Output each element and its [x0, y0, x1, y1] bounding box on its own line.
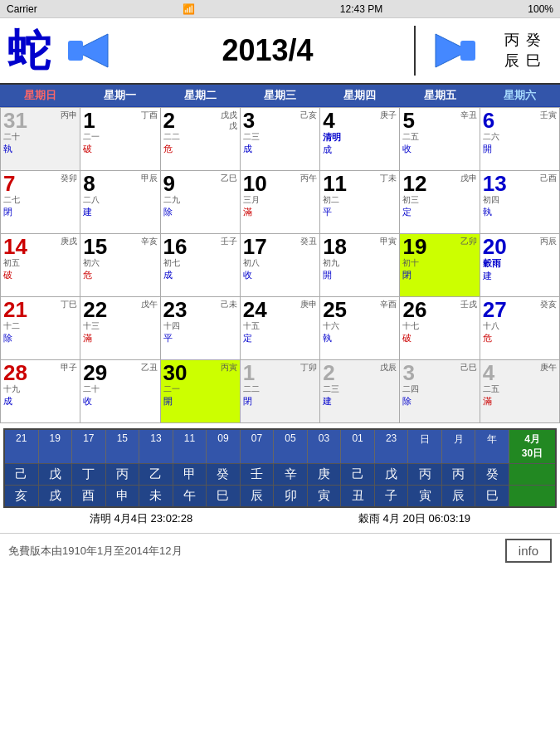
calendar-cell[interactable]: 5辛丑二五收	[400, 108, 480, 171]
calendar-cell[interactable]: 2戊戌戊二二危	[161, 108, 241, 171]
calendar-cell[interactable]: 4庚午二五滿	[480, 360, 560, 423]
calendar-cell[interactable]: 13己酉初四執	[480, 171, 560, 234]
cell-lunar: 二四	[402, 383, 476, 395]
stem-r1-month: 丙	[442, 464, 476, 485]
cell-gz: 戊午	[141, 299, 158, 310]
prev-month-button[interactable]	[58, 26, 124, 76]
calendar-cell[interactable]: 12戊申初三定	[400, 171, 480, 234]
cell-action: 建	[323, 395, 397, 408]
cell-lunar: 十三	[83, 320, 157, 332]
cell-lunar: 初十	[402, 257, 476, 269]
stem-header-13: 13	[139, 430, 173, 463]
stem-r1-yeardate	[509, 464, 555, 485]
calendar-cell[interactable]: 24庚申十五定	[241, 297, 320, 360]
calendar-cell[interactable]: 31丙申二十執	[1, 108, 80, 171]
cell-action: 成	[163, 269, 237, 281]
cell-lunar: 初九	[323, 257, 397, 269]
stem-r1-9: 辛	[274, 464, 308, 485]
stem-r2-day: 寅	[408, 486, 442, 506]
cell-gz: 丁酉	[141, 110, 158, 120]
calendar-cell[interactable]: 2戊辰二三建	[320, 360, 400, 423]
stem-r2-10: 寅	[308, 486, 342, 506]
calendar-cell[interactable]: 18甲寅初九開	[320, 234, 400, 297]
cell-gz: 庚子	[380, 110, 397, 120]
cell-lunar: 二六	[483, 131, 557, 143]
cell-num: 4	[483, 362, 494, 383]
cell-lunar: 二十	[3, 131, 77, 143]
cell-lunar: 十六	[323, 320, 397, 332]
stem-header-15: 15	[106, 430, 140, 463]
cell-num: 23	[163, 299, 187, 320]
calendar-cell[interactable]: 4庚子清明成	[320, 108, 400, 171]
calendar-cell[interactable]: 26壬戌十七破	[400, 297, 480, 360]
cell-gz: 壬戌	[460, 299, 477, 310]
stem-header-05: 05	[274, 430, 308, 463]
calendar-cell[interactable]: 23己未十四平	[161, 297, 241, 360]
calendar-cell[interactable]: 8甲辰二八建	[80, 171, 160, 234]
cell-gz: 辛亥	[141, 236, 158, 247]
cell-num: 1	[243, 362, 255, 383]
calendar-cell[interactable]: 6壬寅二六開	[480, 108, 560, 171]
calendar-cell[interactable]: 25辛酉十六執	[320, 297, 400, 360]
info-button[interactable]: info	[505, 539, 552, 563]
calendar-cell[interactable]: 21丁巳十二除	[1, 297, 80, 360]
calendar-header: 蛇 2013/4 丙 癸 辰 巳	[0, 18, 560, 85]
cell-action: 收	[243, 269, 317, 281]
calendar-grid: 31丙申二十執1丁酉二一破2戊戌戊二二危3己亥二三成4庚子清明成5辛丑二五收6壬…	[0, 107, 560, 423]
calendar-cell[interactable]: 10丙午三月滿	[241, 171, 320, 234]
cell-gz: 庚戌	[61, 236, 77, 247]
stem-r2-8: 辰	[241, 486, 275, 506]
cell-gz: 癸卯	[61, 173, 77, 183]
cell-gz: 己巳	[460, 362, 477, 373]
next-month-button[interactable]	[419, 26, 485, 76]
calendar-cell[interactable]: 19乙卯初十閉	[400, 234, 480, 297]
calendar-cell[interactable]: 9乙巳二九除	[161, 171, 241, 234]
year-info-line2b: 巳	[526, 51, 541, 71]
guyu-time: 穀雨 4月 20日 06:03:19	[358, 511, 470, 526]
calendar-cell[interactable]: 29乙丑二十收	[80, 360, 160, 423]
header-monday: 星期一	[80, 85, 159, 106]
calendar-cell[interactable]: 30丙寅二一開	[161, 360, 241, 423]
month-title: 2013/4	[124, 33, 411, 68]
cell-action: 除	[402, 395, 476, 408]
calendar-cell[interactable]: 1丁卯二二閉	[241, 360, 320, 423]
calendar-cell[interactable]: 1丁酉二一破	[80, 108, 160, 171]
cell-num: 11	[323, 173, 347, 194]
stem-r2-2: 戌	[39, 486, 73, 506]
cell-lunar: 十八	[483, 320, 557, 332]
cell-num: 14	[3, 236, 27, 257]
calendar-cell[interactable]: 3己巳二四除	[400, 360, 480, 423]
calendar-cell[interactable]: 20丙辰穀雨建	[480, 234, 560, 297]
cell-lunar: 二二	[163, 131, 237, 143]
cell-action: 成	[243, 143, 317, 155]
calendar-cell[interactable]: 27癸亥十八危	[480, 297, 560, 360]
stem-r1-11: 己	[341, 464, 375, 485]
calendar-cell[interactable]: 15辛亥初六危	[80, 234, 160, 297]
cell-gz: 戊申	[460, 173, 477, 183]
cell-gz: 己亥	[300, 110, 317, 120]
cell-lunar: 二八	[83, 194, 157, 206]
stem-header-date: 4月30日	[509, 430, 555, 463]
calendar-cell[interactable]: 22戊午十三滿	[80, 297, 160, 360]
stems-header-row: 21 19 17 15 13 11 09 07 05 03 01 23 日 月 …	[5, 430, 555, 464]
cell-num: 30	[163, 362, 187, 383]
calendar-cell[interactable]: 3己亥二三成	[241, 108, 320, 171]
cell-gz: 甲寅	[380, 236, 397, 247]
header-sunday: 星期日	[0, 85, 80, 106]
cell-num: 1	[83, 110, 95, 131]
cell-gz: 戊戌戊	[221, 110, 237, 131]
cell-num: 3	[243, 110, 255, 131]
stem-r2-7: 巳	[207, 486, 241, 506]
stems-section: 21 19 17 15 13 11 09 07 05 03 01 23 日 月 …	[3, 428, 557, 508]
calendar-cell[interactable]: 16壬子初七成	[161, 234, 241, 297]
calendar-cell[interactable]: 14庚戌初五破	[1, 234, 80, 297]
right-arrow-icon	[427, 31, 477, 71]
calendar-cell[interactable]: 7癸卯二七閉	[1, 171, 80, 234]
stem-r1-10: 庚	[308, 464, 342, 485]
calendar-cell[interactable]: 28甲子十九成	[1, 360, 80, 423]
cell-action: 收	[83, 395, 157, 408]
calendar-cell[interactable]: 17癸丑初八收	[241, 234, 320, 297]
year-info-line1: 丙	[504, 30, 519, 51]
calendar-cell[interactable]: 11丁未初二平	[320, 171, 400, 234]
header-wednesday: 星期三	[240, 85, 319, 106]
